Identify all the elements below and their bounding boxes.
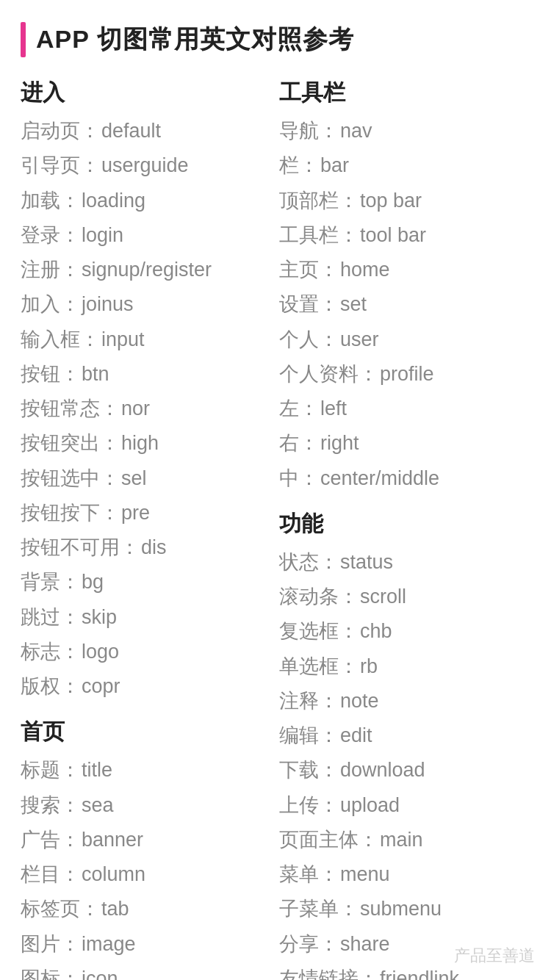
term-cn: 加入： xyxy=(21,287,80,322)
term-cn: 搜索： xyxy=(21,788,80,823)
accent-bar xyxy=(21,22,26,57)
page-title: APP 切图常用英文对照参考 xyxy=(36,23,354,57)
term-cn: 标题： xyxy=(21,753,80,788)
term-row: 按钮突出：high xyxy=(21,426,272,461)
section-header-1: 功能 xyxy=(279,509,530,539)
term-en: edit xyxy=(340,718,372,753)
term-en: joinus xyxy=(82,287,134,322)
term-en: sea xyxy=(82,788,114,823)
term-cn: 图标： xyxy=(21,962,80,980)
term-row: 顶部栏：top bar xyxy=(279,184,530,218)
term-cn: 子菜单： xyxy=(279,892,359,926)
term-en: login xyxy=(82,218,123,253)
term-en: loading xyxy=(82,184,145,218)
term-cn: 顶部栏： xyxy=(279,184,359,218)
term-cn: 状态： xyxy=(279,545,339,580)
term-row: 登录：login xyxy=(21,218,272,253)
term-row: 栏目：column xyxy=(21,857,272,892)
term-cn: 个人资料： xyxy=(279,357,378,392)
term-row: 单选框：rb xyxy=(279,649,530,684)
term-cn: 版权： xyxy=(21,669,80,704)
term-cn: 标签页： xyxy=(21,892,100,926)
term-en: image xyxy=(82,927,136,962)
term-en: bg xyxy=(82,565,104,599)
term-row: 个人资料：profile xyxy=(279,357,530,392)
term-row: 按钮按下：pre xyxy=(21,496,272,530)
term-en: main xyxy=(380,823,423,857)
right-column: 工具栏导航：nav栏：bar顶部栏：top bar工具栏：tool bar主页：… xyxy=(279,78,530,980)
term-row: 中：center/middle xyxy=(279,461,530,496)
term-row: 按钮：btn xyxy=(21,357,272,392)
term-row: 子菜单：submenu xyxy=(279,892,530,926)
term-cn: 按钮： xyxy=(21,357,80,392)
term-cn: 编辑： xyxy=(279,718,339,753)
term-row: 标签页：tab xyxy=(21,892,272,926)
term-row: 栏：bar xyxy=(279,148,530,183)
term-row: 编辑：edit xyxy=(279,718,530,753)
term-cn: 导航： xyxy=(279,114,339,148)
term-row: 注册：signup/register xyxy=(21,253,272,287)
term-en: tool bar xyxy=(360,218,426,253)
term-row: 图片：image xyxy=(21,927,272,962)
term-en: nor xyxy=(121,392,150,426)
term-row: 启动页：default xyxy=(21,114,272,148)
term-en: input xyxy=(101,323,145,357)
term-en: sel xyxy=(121,461,147,496)
term-row: 右：right xyxy=(279,426,530,461)
term-en: signup/register xyxy=(82,253,212,287)
term-row: 导航：nav xyxy=(279,114,530,148)
term-en: set xyxy=(340,287,367,322)
term-cn: 按钮不可用： xyxy=(21,530,140,565)
term-en: logo xyxy=(82,635,119,669)
term-row: 状态：status xyxy=(279,545,530,580)
term-en: profile xyxy=(380,357,434,392)
term-en: title xyxy=(82,753,112,788)
term-cn: 右： xyxy=(279,426,319,461)
term-cn: 按钮常态： xyxy=(21,392,120,426)
term-cn: 上传： xyxy=(279,788,339,823)
term-cn: 栏： xyxy=(279,148,319,183)
term-cn: 按钮按下： xyxy=(21,496,120,530)
term-en: bar xyxy=(320,148,349,183)
term-row: 个人：user xyxy=(279,323,530,357)
term-en: upload xyxy=(340,788,400,823)
term-cn: 复选框： xyxy=(279,614,359,649)
term-cn: 引导页： xyxy=(21,148,100,183)
term-en: column xyxy=(82,857,145,892)
term-cn: 设置： xyxy=(279,287,339,322)
term-en: chb xyxy=(360,614,392,649)
term-cn: 登录： xyxy=(21,218,80,253)
term-row: 图标：icon xyxy=(21,962,272,980)
term-cn: 下载： xyxy=(279,753,339,788)
term-en: dis xyxy=(141,530,167,565)
term-en: copr xyxy=(82,669,120,704)
term-cn: 工具栏： xyxy=(279,218,359,253)
term-row: 版权：copr xyxy=(21,669,272,704)
term-row: 背景：bg xyxy=(21,565,272,599)
term-en: download xyxy=(340,753,425,788)
term-row: 上传：upload xyxy=(279,788,530,823)
term-en: rb xyxy=(360,649,378,684)
term-row: 复选框：chb xyxy=(279,614,530,649)
term-row: 设置：set xyxy=(279,287,530,322)
left-column: 进入启动页：default引导页：userguide加载：loading登录：l… xyxy=(21,78,279,980)
term-cn: 友情链接： xyxy=(279,962,378,980)
section-header-0: 工具栏 xyxy=(279,78,530,108)
term-en: share xyxy=(340,927,390,962)
term-en: default xyxy=(101,114,161,148)
term-en: user xyxy=(340,323,379,357)
term-cn: 跳过： xyxy=(21,600,80,635)
term-en: btn xyxy=(82,357,109,392)
title-row: APP 切图常用英文对照参考 xyxy=(21,22,530,57)
term-row: 下载：download xyxy=(279,753,530,788)
term-cn: 滚动条： xyxy=(279,580,359,614)
term-row: 跳过：skip xyxy=(21,600,272,635)
watermark: 产品至善道 xyxy=(454,945,535,967)
term-en: userguide xyxy=(101,148,189,183)
term-en: pre xyxy=(121,496,150,530)
term-en: tab xyxy=(101,892,129,926)
term-en: note xyxy=(340,684,379,718)
term-row: 搜索：sea xyxy=(21,788,272,823)
term-cn: 主页： xyxy=(279,253,339,287)
term-en: high xyxy=(121,426,159,461)
